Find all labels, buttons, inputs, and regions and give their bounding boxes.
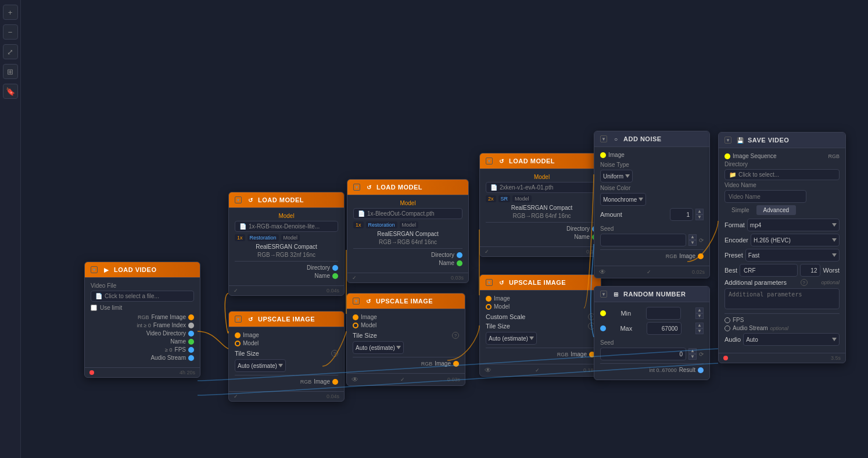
collapse-btn[interactable]: ▼ bbox=[486, 158, 493, 164]
image-in-connector[interactable] bbox=[600, 152, 606, 158]
encoder-select[interactable]: H.265 (HEVC) bbox=[751, 234, 840, 246]
bookmark-button[interactable]: 🔖 bbox=[3, 84, 18, 99]
frame-image-connector[interactable] bbox=[188, 314, 194, 320]
eye-icon[interactable]: 👁 bbox=[351, 375, 358, 384]
amount-down[interactable]: ▼ bbox=[695, 214, 704, 220]
audio-stream-connector[interactable] bbox=[724, 325, 730, 331]
tag-1x: 1x bbox=[235, 234, 245, 241]
tile-size-select[interactable]: Auto (estimate) bbox=[235, 359, 286, 372]
preset-select[interactable]: Fast bbox=[745, 249, 840, 262]
format-select[interactable]: mp4 bbox=[747, 219, 840, 231]
seed-input[interactable] bbox=[600, 348, 686, 360]
upscale-image-3-title: UPSCALE IMAGE bbox=[509, 279, 566, 286]
format-label: Format bbox=[724, 221, 745, 228]
result-connector[interactable] bbox=[698, 367, 704, 373]
tile-size-select[interactable]: Auto (estimate) bbox=[486, 332, 537, 345]
tile-size-info[interactable]: ? bbox=[452, 332, 459, 339]
collapse-btn[interactable]: ▼ bbox=[235, 316, 242, 323]
image-in-connector[interactable] bbox=[353, 314, 358, 320]
amount-label: Amount bbox=[600, 211, 622, 218]
image-out-connector[interactable] bbox=[332, 379, 338, 385]
dir-connector[interactable] bbox=[332, 265, 338, 271]
min-down[interactable]: ▼ bbox=[695, 313, 704, 319]
zoom-in-button[interactable]: + bbox=[3, 5, 18, 20]
fps-connector[interactable] bbox=[188, 347, 194, 353]
name-connector[interactable] bbox=[332, 273, 338, 279]
eye-icon[interactable]: 👁 bbox=[485, 366, 492, 374]
fit-button[interactable]: ⤢ bbox=[3, 44, 18, 59]
image-in-connector[interactable] bbox=[486, 296, 492, 302]
model-file-btn[interactable]: 📄 1x-RGB-max-Denoise-lite... bbox=[235, 221, 338, 232]
upscale-icon: ↺ bbox=[364, 297, 372, 305]
min-connector[interactable] bbox=[600, 310, 606, 316]
seed-up[interactable]: ▲ bbox=[688, 348, 697, 354]
video-file-btn[interactable]: 📄 Click to select a file... bbox=[91, 291, 194, 302]
model-file-btn[interactable]: 📄 2xken-v1-evA-01.pth bbox=[486, 182, 598, 193]
frame-index-type: int ≥ 0 bbox=[137, 323, 150, 328]
check-icon: ✓ bbox=[234, 393, 238, 399]
model-in-label: Model bbox=[361, 322, 376, 328]
model-in-label: Model bbox=[243, 340, 259, 346]
audio-stream-connector[interactable] bbox=[188, 355, 194, 361]
fps-connector[interactable] bbox=[724, 317, 730, 323]
model-in-connector[interactable] bbox=[486, 304, 492, 310]
frame-index-connector[interactable] bbox=[188, 323, 194, 328]
max-input[interactable] bbox=[647, 322, 682, 335]
advanced-tab[interactable]: Advanced bbox=[756, 205, 796, 215]
additional-params-textarea[interactable] bbox=[724, 288, 840, 309]
seed-up[interactable]: ▲ bbox=[688, 234, 697, 240]
image-seq-connector[interactable] bbox=[724, 153, 730, 159]
tile-size-select[interactable]: Auto (estimate) bbox=[353, 341, 404, 354]
collapse-btn[interactable]: ▼ bbox=[353, 184, 360, 191]
model-in-connector[interactable] bbox=[353, 323, 358, 328]
tile-size-info[interactable]: ? bbox=[331, 350, 338, 357]
load-model-3-body: Model 📄 2xken-v1-evA-01.pth 2x SR Model … bbox=[480, 169, 604, 246]
seed-down[interactable]: ▼ bbox=[688, 354, 697, 360]
video-dir-connector[interactable] bbox=[188, 331, 194, 337]
seed-refresh[interactable]: ⟳ bbox=[699, 351, 704, 357]
crf-input[interactable] bbox=[800, 264, 820, 277]
collapse-btn[interactable]: ▼ bbox=[600, 135, 607, 142]
noise-color-select[interactable]: Monochrome bbox=[600, 193, 646, 206]
min-input[interactable] bbox=[646, 307, 681, 320]
simple-tab[interactable]: Simple bbox=[724, 205, 756, 215]
model-file-btn[interactable]: 📄 1x-BleedOut-Compact.pth bbox=[353, 208, 462, 219]
image-out-connector[interactable] bbox=[453, 361, 459, 367]
amount-input[interactable] bbox=[670, 208, 693, 221]
directory-btn[interactable]: 📁 Click to select... bbox=[724, 169, 840, 180]
max-up[interactable]: ▲ bbox=[695, 323, 704, 328]
image-in-connector[interactable] bbox=[235, 332, 241, 338]
noise-type-select[interactable]: Uniform bbox=[600, 170, 633, 183]
frame-image-label: Frame Image bbox=[152, 314, 186, 320]
collapse-btn[interactable]: ▼ bbox=[724, 137, 731, 144]
frame-image-type: RGB bbox=[138, 314, 149, 320]
name-connector[interactable] bbox=[188, 339, 194, 345]
use-limit-checkbox[interactable] bbox=[91, 305, 97, 311]
seed-down[interactable]: ▼ bbox=[688, 240, 697, 246]
eye-icon[interactable]: 👁 bbox=[599, 268, 606, 276]
image-out-connector[interactable] bbox=[698, 253, 704, 259]
check-icon: ✓ bbox=[234, 288, 238, 294]
collapse-btn[interactable]: ▼ bbox=[91, 266, 98, 273]
model-in-connector[interactable] bbox=[235, 341, 241, 346]
collapse-btn[interactable]: ▼ bbox=[235, 196, 242, 203]
collapse-btn[interactable]: ▼ bbox=[600, 291, 607, 298]
dir-connector[interactable] bbox=[457, 252, 462, 258]
amount-up[interactable]: ▲ bbox=[695, 209, 704, 214]
collapse-btn[interactable]: ▼ bbox=[486, 279, 493, 286]
additional-params-info[interactable]: ? bbox=[801, 279, 808, 286]
model-value: 1x-RGB-max-Denoise-lite... bbox=[249, 223, 320, 230]
max-down[interactable]: ▼ bbox=[695, 328, 704, 334]
image-in-port: Image bbox=[486, 295, 595, 302]
seed-refresh[interactable]: ⟳ bbox=[699, 237, 704, 244]
seed-input[interactable] bbox=[600, 234, 686, 246]
grid-button[interactable]: ⊞ bbox=[3, 64, 18, 79]
name-label: Name bbox=[170, 338, 186, 345]
collapse-btn[interactable]: ▼ bbox=[353, 298, 360, 305]
zoom-out-button[interactable]: − bbox=[3, 24, 18, 40]
min-up[interactable]: ▲ bbox=[695, 307, 704, 313]
audio-select[interactable]: Auto bbox=[743, 333, 840, 346]
max-connector[interactable] bbox=[600, 325, 606, 331]
name-connector[interactable] bbox=[457, 260, 462, 266]
video-name-input[interactable] bbox=[724, 190, 806, 203]
